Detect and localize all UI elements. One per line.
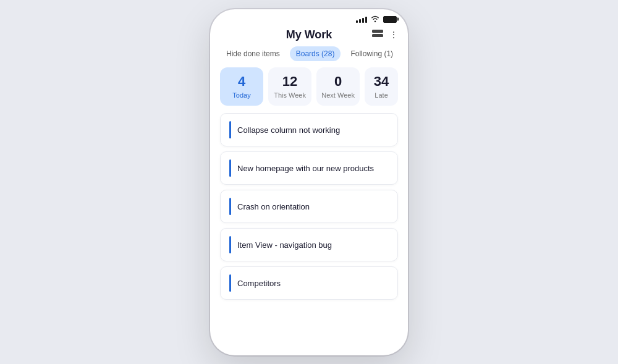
item-text: Collapse column not working <box>237 125 340 135</box>
item-text: Crash on orientation <box>237 202 310 211</box>
stat-this-week[interactable]: 12 This Week <box>268 67 311 106</box>
item-accent-bar <box>229 121 231 138</box>
stat-this-week-number: 12 <box>282 74 297 90</box>
page-title: My Work <box>286 28 332 41</box>
item-accent-bar <box>229 159 231 177</box>
layout-icon[interactable] <box>372 30 383 40</box>
stat-late-number: 34 <box>374 74 389 90</box>
list-item[interactable]: Collapse column not working <box>220 113 398 146</box>
svg-rect-1 <box>372 34 383 37</box>
item-text: Item View - navigation bug <box>237 240 332 250</box>
stat-today[interactable]: 4 Today <box>220 67 263 106</box>
item-text: Competitors <box>237 279 281 288</box>
battery-icon <box>383 16 397 23</box>
phone-shell: My Work ⋮ Hide done items Boards (28) Fo… <box>210 9 408 355</box>
stat-next-week-label: Next Week <box>321 91 355 99</box>
stats-row: 4 Today 12 This Week 0 Next Week 34 Late <box>210 67 408 114</box>
stat-late[interactable]: 34 Late <box>365 67 398 106</box>
list-item[interactable]: Item View - navigation bug <box>220 228 398 261</box>
more-options-icon[interactable]: ⋮ <box>389 30 398 40</box>
list-item[interactable]: New homepage with our new products <box>220 151 398 185</box>
wifi-icon <box>371 15 379 23</box>
list-item[interactable]: Competitors <box>220 266 398 300</box>
tab-boards[interactable]: Boards (28) <box>290 46 341 61</box>
stat-today-label: Today <box>232 91 250 99</box>
item-accent-bar <box>229 236 231 253</box>
stat-late-label: Late <box>375 91 387 99</box>
svg-rect-0 <box>372 30 383 33</box>
items-list: Collapse column not working New homepage… <box>210 113 408 355</box>
phone-notch <box>278 9 340 23</box>
stat-this-week-label: This Week <box>274 91 306 99</box>
header: My Work ⋮ <box>210 26 408 46</box>
stat-next-week[interactable]: 0 Next Week <box>316 67 360 106</box>
stat-next-week-number: 0 <box>334 74 342 90</box>
item-accent-bar <box>229 274 231 292</box>
header-icons: ⋮ <box>372 30 398 40</box>
item-accent-bar <box>229 198 231 215</box>
tab-hide-done[interactable]: Hide done items <box>220 46 286 61</box>
signal-icon <box>356 15 367 23</box>
item-text: New homepage with our new products <box>237 164 374 173</box>
list-item[interactable]: Crash on orientation <box>220 190 398 223</box>
tabs-bar: Hide done items Boards (28) Following (1… <box>210 46 408 67</box>
stat-today-number: 4 <box>238 74 245 90</box>
tab-following[interactable]: Following (1) <box>344 46 399 61</box>
